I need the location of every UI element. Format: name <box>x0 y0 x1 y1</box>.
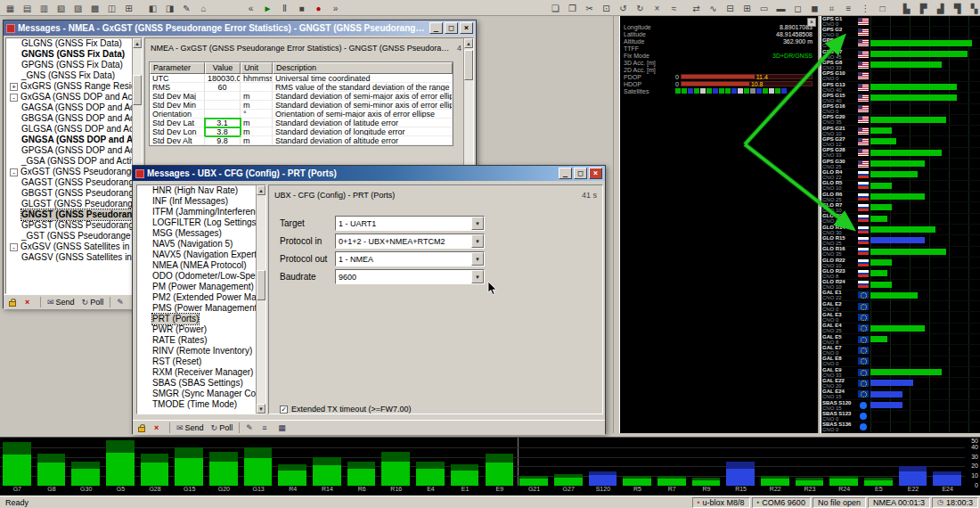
satellite-row[interactable]: GLO R7CNO 10 <box>821 202 980 213</box>
tree-scrollbar[interactable]: ▲ ▼ <box>256 185 265 414</box>
chevron-down-icon[interactable]: ▼ <box>471 217 484 230</box>
satellite-row[interactable]: GPS G21CNO 10 <box>821 126 980 136</box>
minimize-button[interactable]: _ <box>429 22 443 34</box>
satellite-row[interactable]: GPS G16CNO 0 <box>821 104 980 115</box>
nmea-tree-item[interactable]: GNGSA (GNSS DOP and Activ <box>6 135 132 145</box>
messages-view-icon[interactable]: ▤ <box>20 1 35 14</box>
world-map-icon[interactable]: ▜ <box>950 1 965 14</box>
satellite-row[interactable]: SBAS S123CNO 0 <box>821 411 980 422</box>
close-file-icon[interactable]: × <box>649 1 665 14</box>
nmea-tree-item[interactable]: GNGNS (GNSS Fix Data) <box>6 49 132 60</box>
satellite-row[interactable]: GPS G10CNO 0 <box>821 71 980 82</box>
satellite-row[interactable]: GPS G28CNO 33 <box>821 148 980 159</box>
cfg-tree-item[interactable]: PM (Power Management) <box>137 282 256 292</box>
dock-left-icon[interactable]: ◧ <box>145 1 160 14</box>
nmea-tree-item[interactable]: -GxGST (GNSS Pseudorange Erro <box>6 167 132 177</box>
table-view-icon[interactable]: ▦ <box>3 1 18 14</box>
cfg-tree-item[interactable]: TMODE (Time Mode) <box>137 399 256 410</box>
satellite-row[interactable]: GLO R5CNO 10 <box>821 181 980 192</box>
cfg-tree-item[interactable]: RXM (Receiver Manager) <box>137 367 256 378</box>
clear-button[interactable]: × <box>151 422 166 434</box>
signal-bar[interactable] <box>106 440 135 486</box>
nmea-tree-item[interactable]: GNGST (GNSS Pseudorange E <box>6 209 132 220</box>
config-view-icon[interactable]: ▥ <box>37 1 52 14</box>
signal-bar[interactable] <box>519 476 548 486</box>
nmea-tree-item[interactable]: _GST (GNSS Pseudorange Er <box>6 231 132 242</box>
collapse-icon[interactable]: - <box>10 168 18 176</box>
signal-bar[interactable] <box>796 478 824 486</box>
signal-bar[interactable] <box>175 447 203 486</box>
satellite-row[interactable]: GAL E24CNO 15 <box>821 389 980 400</box>
list-view-icon[interactable]: ≡ <box>841 1 856 14</box>
satellite-row[interactable]: GAL E3CNO 0 <box>821 312 980 323</box>
list-button[interactable]: ≡ <box>259 422 274 434</box>
nmea-tree-item[interactable]: GLGST (GNSS Pseudorange E <box>6 199 132 209</box>
nmea-tree-item[interactable]: GAGSV (GNSS Satellites in Vi <box>6 252 132 263</box>
signal-bar[interactable] <box>416 462 445 486</box>
edit-button[interactable]: ✎ <box>243 422 257 434</box>
scroll-up-icon[interactable]: ▲ <box>133 38 142 48</box>
satellite-row[interactable]: GPS G13CNO 40 <box>821 82 980 93</box>
nmea-tree-item[interactable]: GBGST (GNSS Pseudorange E <box>6 188 132 199</box>
table-row[interactable]: Std Dev MajmStandard deviation of semi-m… <box>150 92 453 101</box>
chevron-down-icon[interactable]: ▼ <box>471 252 484 266</box>
edit-button[interactable]: ✎ <box>114 296 128 308</box>
dock-right-icon[interactable]: ◨ <box>162 1 177 14</box>
signal-bar[interactable] <box>761 476 789 486</box>
collapse-icon[interactable]: - <box>10 94 18 102</box>
cfg-tree-item[interactable]: MSG (Messages) <box>137 228 256 239</box>
satellite-row[interactable]: GAL E5CNO 8 <box>821 334 980 345</box>
nmea-tree-item[interactable]: GPGNS (GNSS Fix Data) <box>6 60 132 70</box>
nmea-tree-item[interactable]: GAGST (GNSS Pseudorange E <box>6 177 132 188</box>
satellite-row[interactable]: GLO R14CNO 30 <box>821 225 980 235</box>
minimize-button[interactable]: _ <box>559 168 572 179</box>
compass-view-icon[interactable]: ▚ <box>967 1 980 14</box>
satellite-row[interactable]: GAL E4CNO 25 <box>821 324 980 334</box>
satellite-row[interactable]: SBAS S136CNO 0 <box>821 422 980 433</box>
signal-bar[interactable] <box>347 462 376 486</box>
satellite-row[interactable]: GLO R16CNO 35 <box>821 247 980 258</box>
text-console-icon[interactable]: ▧ <box>53 1 69 14</box>
cfg-tree-item[interactable]: HNR (High Nav Rate) <box>137 185 256 196</box>
window-solid-icon[interactable]: ▬ <box>773 1 788 14</box>
more-options-icon[interactable]: ⋮ <box>858 1 873 14</box>
nmea-tree-item[interactable]: GLGSA (GNSS DOP and Activ <box>6 124 132 135</box>
cfg-tree-item[interactable]: LOGFILTER (Log Settings) <box>137 217 256 228</box>
scroll-thumb[interactable] <box>133 75 142 105</box>
signal-bar[interactable] <box>313 457 341 486</box>
cfg-tree-item[interactable]: NMEA (NMEA Protocol) <box>137 260 256 271</box>
undo-icon[interactable]: ↺ <box>616 1 631 14</box>
collapse-all-icon[interactable]: ⊟ <box>723 1 738 14</box>
satellite-row[interactable]: GLO R4CNO 22 <box>821 169 980 180</box>
chevron-down-icon[interactable]: ▼ <box>471 234 484 248</box>
protocol-out-select[interactable]: 1 - NMEA▼ <box>335 251 485 266</box>
edit-icon[interactable]: ✎ <box>179 1 194 14</box>
satellite-row[interactable]: GAL E2CNO 0 <box>821 301 980 312</box>
signal-bar[interactable] <box>554 474 583 486</box>
signal-trace-icon[interactable]: ∿ <box>706 1 721 14</box>
expand-icon[interactable]: + <box>10 83 18 91</box>
signal-bar[interactable] <box>3 442 31 486</box>
table-row[interactable]: Std Dev Alt9.8mStandard deviation of alt… <box>150 136 453 145</box>
satellite-row[interactable]: GAL E7CNO 0 <box>821 345 980 356</box>
column-header-parameter[interactable]: Parameter <box>150 62 205 74</box>
lock-button[interactable] <box>6 296 20 308</box>
signal-bar[interactable] <box>451 464 479 486</box>
satellite-row[interactable]: GAL E9CNO 33 <box>821 367 980 378</box>
window-horizontal-icon[interactable]: ▭ <box>756 1 772 14</box>
table-row[interactable]: RMS60RMS value of the standard deviation… <box>150 83 453 92</box>
close-button[interactable]: × <box>460 22 473 34</box>
window-titlebar[interactable]: Messages - NMEA - GxGST (GNSS Pseudorang… <box>4 20 476 36</box>
column-header-description[interactable]: Description <box>273 62 453 74</box>
file-save-icon[interactable]: ⊡ <box>599 1 614 14</box>
satellite-row[interactable]: GPS G8CNO 33 <box>821 60 980 70</box>
checkbox-off-icon[interactable]: ◻ <box>790 1 805 14</box>
cfg-tree-item[interactable]: PM2 (Extended Power Ma <box>137 292 256 303</box>
cfg-tree-item[interactable]: PMS (Power Management <box>137 303 256 314</box>
table-row[interactable]: Std Dev Lat3.1mStandard deviation of lat… <box>150 119 453 127</box>
grid-button[interactable]: ▦ <box>275 422 290 434</box>
satellite-row[interactable]: GLO R15CNO 25 <box>821 235 980 246</box>
clear-button[interactable]: × <box>22 296 37 308</box>
cfg-tree-item[interactable]: RATE (Rates) <box>137 335 256 346</box>
satellite-row[interactable]: GLO R22CNO 10 <box>821 258 980 268</box>
